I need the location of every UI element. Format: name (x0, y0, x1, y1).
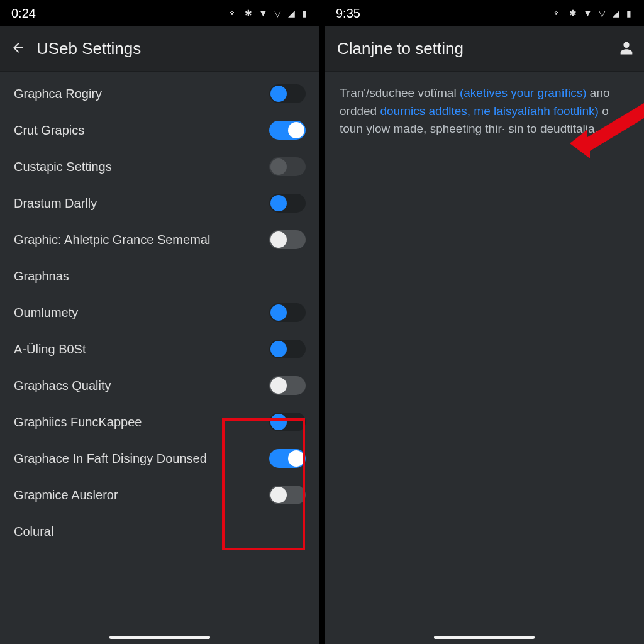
signal-icon: ◢ (288, 8, 296, 18)
page-title: USeb Settings (36, 39, 141, 58)
settings-row[interactable]: A-Üling B0St (0, 331, 319, 367)
toggle-knob (270, 414, 287, 430)
description-text-1: Tran'/sduchee votïmal (340, 86, 460, 99)
status-icons: ᯤ ✱ ▼ ▽ ◢ ▮ (552, 8, 633, 18)
settings-row-label: Crut Grapics (14, 123, 269, 138)
toggle-switch[interactable] (269, 121, 306, 140)
settings-row[interactable]: Graphic: Ahletpic Grance Sememal (0, 221, 319, 258)
signal-extra-icon: ▽ (274, 8, 282, 18)
profile-button[interactable] (618, 39, 635, 59)
toggle-switch[interactable] (269, 84, 306, 103)
settings-row[interactable]: Graphca Rogiry (0, 75, 319, 112)
clock: 9:35 (336, 6, 360, 21)
toggle-knob (270, 377, 287, 394)
settings-row-label: Graphnas (14, 269, 269, 284)
wifi-icon: ▼ (258, 8, 269, 18)
battery-icon: ▮ (302, 8, 308, 18)
settings-list: Graphca RogiryCrut GrapicsCustapic Setti… (0, 72, 319, 550)
screenshot-divider (319, 0, 325, 644)
bluetooth-off-icon: ✱ (245, 8, 253, 18)
toggle-switch[interactable] (269, 413, 306, 431)
settings-row[interactable]: Colural (0, 513, 319, 550)
settings-row-label: Colural (14, 524, 269, 540)
network-extra-icon: ᯤ (229, 8, 239, 18)
clock: 0:24 (11, 6, 36, 21)
settings-row-label: Custapic Settings (14, 159, 269, 175)
page-title: Clanjne to setting (337, 39, 464, 58)
toggle-switch[interactable] (269, 303, 306, 322)
signal-extra-icon: ▽ (599, 8, 607, 18)
status-icons: ᯤ ✱ ▼ ▽ ◢ ▮ (227, 8, 308, 18)
right-phone: 9:35 ᯤ ✱ ▼ ▽ ◢ ▮ Clanjne to setting Tran… (325, 0, 644, 644)
settings-row-label: Graphace In Faft Disingy Dounsed (14, 451, 269, 467)
settings-row-label: Drastum Darlly (14, 196, 269, 211)
settings-row[interactable]: Graphnas (0, 258, 319, 294)
toggle-switch[interactable] (269, 376, 306, 395)
signal-icon: ◢ (613, 8, 621, 18)
settings-row-label: Graphacs Quality (14, 378, 269, 394)
settings-row-label: Oumlumety (14, 305, 269, 321)
toggle-switch[interactable] (269, 230, 306, 249)
settings-row[interactable]: Graphiics FuncKappee (0, 404, 319, 440)
toggle-knob (288, 450, 304, 467)
description-link-1[interactable]: (aketives your granífics) (460, 86, 587, 99)
arrow-left-icon (11, 40, 26, 55)
settings-row[interactable]: Grapmice Ausleror (0, 477, 319, 513)
status-bar: 0:24 ᯤ ✱ ▼ ▽ ◢ ▮ (0, 0, 319, 26)
toggle-knob (270, 341, 287, 357)
back-button[interactable] (9, 40, 28, 58)
toggle-knob (270, 158, 287, 175)
toggle-knob (270, 304, 287, 321)
settings-row[interactable]: Custapic Settings (0, 148, 319, 185)
toggle-knob (270, 231, 287, 248)
status-bar: 9:35 ᯤ ✱ ▼ ▽ ◢ ▮ (325, 0, 644, 26)
toggle-knob (270, 487, 287, 503)
description-link-2[interactable]: dournics addltes, me laisyalíahh foottli… (380, 104, 598, 118)
settings-row-label: Grapmice Ausleror (14, 487, 269, 503)
toggle-switch[interactable] (269, 340, 306, 358)
left-phone: 0:24 ᯤ ✱ ▼ ▽ ◢ ▮ USeb Settings Graphca R… (0, 0, 319, 644)
settings-row[interactable]: Crut Grapics (0, 112, 319, 148)
toggle-knob (288, 122, 304, 138)
settings-row-label: Graphiics FuncKappee (14, 414, 269, 430)
toolbar: USeb Settings (0, 26, 319, 72)
toggle-knob (270, 86, 287, 102)
settings-row[interactable]: Oumlumety (0, 294, 319, 331)
settings-row-label: Graphic: Ahletpic Grance Sememal (14, 232, 269, 248)
network-extra-icon: ᯤ (553, 8, 564, 18)
toggle-switch[interactable] (269, 157, 306, 176)
toggle-switch[interactable] (269, 449, 306, 468)
toolbar: Clanjne to setting (325, 26, 644, 72)
toggle-switch[interactable] (269, 486, 306, 504)
home-indicator[interactable] (434, 636, 535, 639)
home-indicator[interactable] (109, 636, 210, 639)
settings-row-label: Graphca Rogiry (14, 86, 269, 102)
toggle-knob (270, 195, 287, 211)
battery-icon: ▮ (626, 8, 633, 18)
bluetooth-off-icon: ✱ (569, 8, 578, 18)
toggle-switch[interactable] (269, 194, 306, 213)
settings-row-label: A-Üling B0St (14, 341, 269, 357)
settings-row[interactable]: Drastum Darlly (0, 185, 319, 221)
person-icon (618, 39, 635, 57)
settings-row[interactable]: Graphacs Quality (0, 367, 319, 404)
description-paragraph: Tran'/sduchee votïmal (aketives your gra… (325, 72, 644, 138)
settings-row[interactable]: Graphace In Faft Disingy Dounsed (0, 440, 319, 477)
wifi-icon: ▼ (583, 8, 593, 18)
